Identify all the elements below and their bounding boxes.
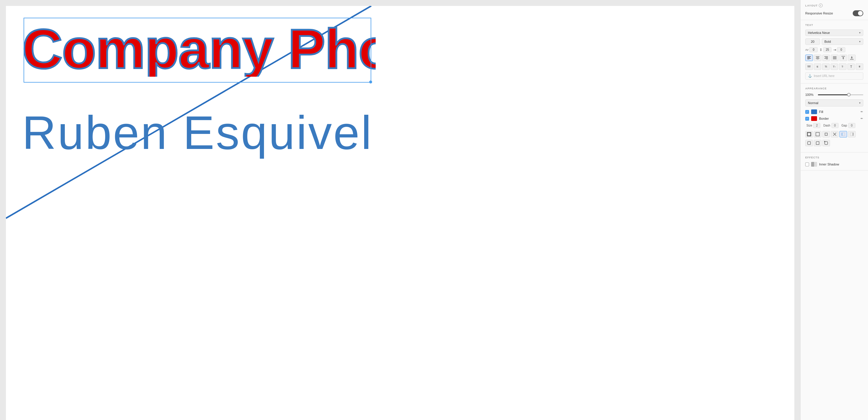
svg-rect-8 (817, 59, 819, 59)
titlecase-btn[interactable]: Tt (822, 63, 830, 70)
normal-text-btn[interactable]: T (847, 63, 855, 70)
link-icon: ⚓ (808, 74, 812, 78)
opacity-slider[interactable] (818, 94, 863, 95)
lowercase-btn[interactable]: tt (814, 63, 822, 70)
align-left-btn[interactable] (805, 55, 813, 61)
svg-rect-16 (833, 59, 836, 59)
blend-mode-chevron: ▾ (859, 102, 861, 105)
font-family-chevron: ▾ (859, 31, 861, 34)
svg-rect-12 (826, 59, 828, 59)
tracking-icon: AV (805, 48, 808, 51)
border-checkbox[interactable] (805, 117, 809, 121)
valign-top-btn[interactable] (839, 55, 847, 61)
align-center-btn[interactable] (814, 55, 822, 61)
responsive-resize-row: Responsive Resize (805, 10, 863, 16)
font-weight-select[interactable]: Bold ▾ (822, 38, 863, 45)
fill-eyedropper-icon[interactable]: ✒ (860, 110, 863, 114)
fill-checkbox[interactable] (805, 110, 809, 114)
font-size-input[interactable]: 20 (805, 38, 820, 45)
border-size-input[interactable]: 2 (813, 123, 820, 128)
border-eyedropper-icon[interactable]: ✒ (860, 116, 863, 121)
superscript-btn[interactable]: T+ (831, 63, 838, 70)
border-pos-none-btn[interactable] (831, 131, 839, 137)
layout-section: LAYOUT i Responsive Resize (801, 0, 868, 20)
border-pos-right-only-btn[interactable] (848, 131, 856, 137)
svg-rect-9 (825, 56, 828, 57)
opacity-row: 100% (805, 93, 863, 96)
corner-individual-btn[interactable] (822, 140, 830, 146)
strikethrough-btn[interactable]: T (856, 63, 863, 70)
svg-rect-10 (825, 57, 828, 58)
subscript-btn[interactable]: T- (839, 63, 846, 70)
align-right-btn[interactable] (822, 55, 830, 61)
svg-rect-22 (807, 132, 811, 133)
fill-label: Fill (819, 110, 858, 114)
ruben-esquivel-text[interactable]: Ruben Esquivel (22, 109, 373, 156)
text-selection-box[interactable] (24, 18, 371, 83)
appearance-section-label: APPEARANCE (805, 87, 863, 90)
border-size-label: Size (806, 124, 812, 127)
border-gap-item: Gap 0 (841, 123, 855, 128)
svg-rect-15 (833, 58, 836, 59)
svg-marker-18 (842, 57, 844, 59)
layout-info-icon[interactable]: i (819, 3, 823, 7)
spacing-row: AV 0 ⇕ 25 ⇥ 0 (805, 47, 863, 52)
text-section: TEXT Helvetica Neue ▾ 20 Bold ▾ AV 0 ⇕ (801, 20, 868, 83)
svg-rect-34 (825, 142, 828, 144)
border-gap-label: Gap (841, 124, 847, 127)
border-size-item: Size 2 (806, 123, 820, 128)
effects-section: EFFECTS Inner Shadow (801, 152, 868, 170)
border-dash-item: Dash 0 (823, 123, 838, 128)
align-justify-btn[interactable] (831, 55, 839, 61)
corner-row (805, 140, 863, 146)
svg-rect-26 (816, 133, 819, 136)
canvas-area: Company Photo Ruben Esquivel (0, 0, 800, 420)
resize-handle[interactable] (369, 81, 372, 83)
svg-rect-17 (841, 56, 845, 57)
fill-color-swatch[interactable] (811, 109, 817, 114)
indent-item: ⇥ 0 (833, 47, 845, 52)
border-pos-left-only-btn[interactable] (839, 131, 847, 137)
svg-rect-21 (808, 133, 810, 136)
border-gap-input[interactable]: 0 (848, 123, 855, 128)
svg-rect-5 (816, 56, 819, 57)
border-pos-inner-left-btn[interactable] (814, 131, 822, 137)
line-height-input[interactable]: 25 (823, 47, 832, 52)
svg-point-35 (824, 141, 825, 142)
blend-mode-row: Normal ▾ (805, 100, 863, 107)
corner-all-btn[interactable] (805, 140, 813, 146)
border-pos-center-btn[interactable] (822, 131, 830, 137)
border-color-swatch[interactable] (811, 116, 817, 121)
effects-section-label: EFFECTS (805, 156, 863, 159)
svg-rect-33 (853, 133, 854, 136)
indent-input[interactable]: 0 (837, 47, 845, 52)
blend-mode-value: Normal (808, 101, 818, 105)
border-pos-outer-btn[interactable] (805, 131, 813, 137)
responsive-resize-toggle[interactable] (853, 10, 863, 16)
svg-rect-1 (807, 56, 811, 57)
indent-icon: ⇥ (833, 48, 836, 52)
svg-rect-14 (833, 57, 836, 58)
border-dash-input[interactable]: 0 (832, 123, 839, 128)
blend-mode-select[interactable]: Normal ▾ (805, 100, 863, 107)
responsive-resize-label: Responsive Resize (805, 11, 833, 15)
svg-rect-23 (807, 136, 811, 136)
url-input-row[interactable]: ⚓ Insert URL here (805, 72, 863, 80)
uppercase-btn[interactable]: TT (805, 63, 813, 70)
svg-rect-24 (807, 132, 807, 136)
inner-shadow-checkbox[interactable] (805, 163, 809, 166)
inner-shadow-label: Inner Shadow (819, 163, 839, 166)
svg-rect-4 (807, 59, 809, 59)
line-height-item: ⇕ 25 (819, 47, 832, 52)
opacity-thumb[interactable] (847, 93, 850, 96)
svg-marker-20 (851, 56, 853, 59)
font-family-select[interactable]: Helvetica Neue ▾ (805, 29, 863, 36)
corner-top-left-btn[interactable] (814, 140, 822, 146)
valign-bottom-btn[interactable] (848, 55, 856, 61)
svg-rect-11 (825, 58, 828, 59)
border-position-row (805, 131, 863, 137)
svg-rect-19 (850, 59, 854, 60)
svg-rect-7 (816, 58, 819, 59)
font-weight-chevron: ▾ (859, 40, 861, 43)
tracking-input[interactable]: 0 (809, 47, 817, 52)
